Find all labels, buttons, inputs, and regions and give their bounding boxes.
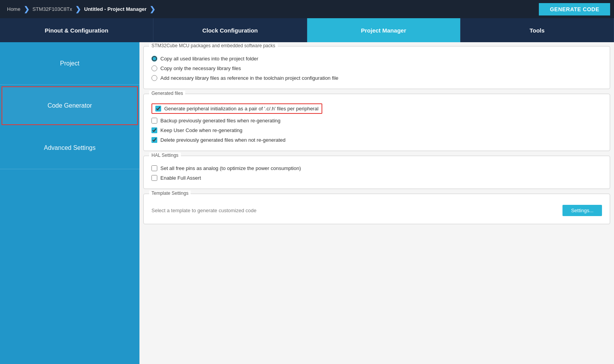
sidebar-item-code-generator[interactable]: Code Generator — [2, 86, 138, 125]
tab-bar: Pinout & Configuration Clock Configurati… — [0, 18, 614, 42]
gen-check-input-0[interactable] — [155, 106, 161, 112]
breadcrumb-mcu[interactable]: STM32F103C8Tx — [29, 6, 76, 12]
template-settings-section: Template Settings Select a template to g… — [143, 194, 610, 224]
gen-check-input-1[interactable] — [151, 118, 157, 124]
tab-pinout[interactable]: Pinout & Configuration — [0, 18, 153, 42]
breadcrumb-sep-2: ❯ — [75, 5, 81, 14]
settings-button[interactable]: Settings... — [562, 205, 602, 216]
breadcrumb-sep-3: ❯ — [150, 5, 155, 14]
mcu-option-1[interactable]: Copy only the necessary library files — [151, 65, 602, 71]
sidebar-item-advanced-settings[interactable]: Advanced Settings — [0, 127, 139, 169]
gen-checkbox-2[interactable]: Keep User Code when re-generating — [151, 127, 602, 133]
hal-section-title: HAL Settings — [149, 153, 181, 158]
main-layout: Project Code Generator Advanced Settings… — [0, 42, 614, 364]
hal-check-input-1[interactable] — [151, 175, 157, 181]
tab-project-manager[interactable]: Project Manager — [307, 18, 461, 42]
mcu-radio-group: Copy all used libraries into the project… — [151, 56, 602, 81]
breadcrumb: Home ❯ STM32F103C8Tx ❯ Untitled - Projec… — [4, 5, 539, 14]
top-nav: Home ❯ STM32F103C8Tx ❯ Untitled - Projec… — [0, 0, 614, 18]
content-area: STM32Cube MCU packages and embedded soft… — [139, 42, 614, 364]
tab-clock[interactable]: Clock Configuration — [153, 18, 307, 42]
generate-code-button[interactable]: GENERATE CODE — [539, 3, 610, 15]
mcu-radio-2[interactable] — [151, 75, 157, 81]
hal-checkbox-0[interactable]: Set all free pins as analog (to optimize… — [151, 165, 602, 171]
mcu-option-0[interactable]: Copy all used libraries into the project… — [151, 56, 602, 62]
hal-settings-section: HAL Settings Set all free pins as analog… — [143, 156, 610, 189]
mcu-radio-1[interactable] — [151, 65, 157, 71]
breadcrumb-project[interactable]: Untitled - Project Manager — [81, 6, 150, 12]
breadcrumb-home[interactable]: Home — [4, 6, 24, 12]
mcu-packages-section: STM32Cube MCU packages and embedded soft… — [143, 46, 610, 89]
mcu-section-title: STM32Cube MCU packages and embedded soft… — [149, 43, 278, 48]
generated-files-section: Generated files Generate peripheral init… — [143, 94, 610, 151]
template-row: Select a template to generate customized… — [151, 205, 602, 216]
gen-check-input-2[interactable] — [151, 127, 157, 133]
hal-checkbox-group: Set all free pins as analog (to optimize… — [151, 165, 602, 181]
gen-checkbox-3[interactable]: Delete previously generated files when n… — [151, 137, 602, 143]
hal-check-input-0[interactable] — [151, 165, 157, 171]
template-section-title: Template Settings — [149, 191, 191, 196]
gen-checkbox-1[interactable]: Backup previously generated files when r… — [151, 118, 602, 124]
generated-files-checkbox-group: Generate peripheral initialization as a … — [151, 103, 602, 143]
mcu-option-2[interactable]: Add necessary library files as reference… — [151, 75, 602, 81]
tab-tools[interactable]: Tools — [461, 18, 614, 42]
template-select-label: Select a template to generate customized… — [151, 208, 256, 213]
sidebar: Project Code Generator Advanced Settings — [0, 42, 139, 364]
hal-checkbox-1[interactable]: Enable Full Assert — [151, 175, 602, 181]
sidebar-item-project[interactable]: Project — [0, 42, 139, 85]
gen-check-input-3[interactable] — [151, 137, 157, 143]
gen-checkbox-0[interactable]: Generate peripheral initialization as a … — [151, 103, 322, 114]
breadcrumb-sep-1: ❯ — [24, 5, 29, 14]
mcu-radio-0[interactable] — [151, 56, 157, 62]
generated-files-title: Generated files — [149, 91, 185, 96]
